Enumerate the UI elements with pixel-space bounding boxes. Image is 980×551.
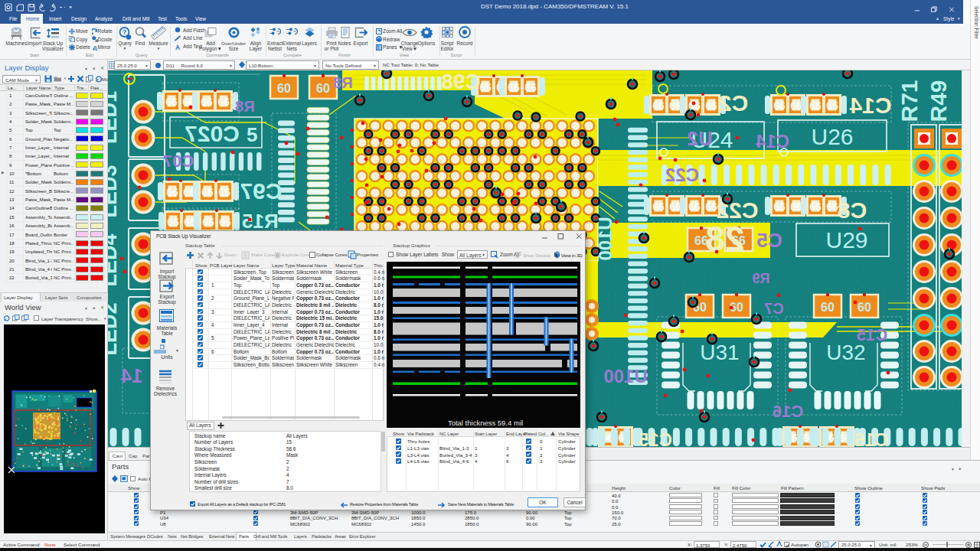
svg-text:66: 66 [809, 201, 822, 213]
svg-text:66: 66 [218, 186, 230, 198]
svg-text:R9: R9 [752, 271, 769, 286]
svg-text:66: 66 [669, 201, 681, 213]
svg-text:C98: C98 [441, 70, 480, 93]
svg-text:60: 60 [821, 301, 835, 314]
svg-text:C16: C16 [773, 402, 803, 421]
svg-text:66: 66 [652, 201, 665, 213]
svg-text:66: 66 [790, 99, 802, 112]
svg-text:66: 66 [826, 99, 838, 112]
svg-text:R8: R8 [333, 74, 353, 91]
svg-text:LED4: LED4 [108, 233, 121, 286]
svg-text:66: 66 [217, 96, 230, 108]
svg-text:R71: R71 [897, 80, 922, 122]
svg-text:66: 66 [201, 96, 213, 108]
svg-text:66: 66 [508, 81, 520, 93]
svg-text:66: 66 [705, 99, 717, 112]
svg-text:66: 66 [669, 99, 681, 112]
svg-text:C16: C16 [854, 429, 888, 447]
svg-text:C14: C14 [849, 93, 891, 118]
svg-text:66: 66 [165, 96, 178, 108]
svg-text:66: 66 [652, 99, 665, 112]
svg-text:66: 66 [167, 216, 179, 228]
svg-text:60: 60 [277, 82, 291, 95]
svg-text:14: 14 [120, 364, 142, 387]
svg-text:66: 66 [688, 201, 701, 213]
svg-text:C22: C22 [665, 165, 699, 185]
svg-text:66: 66 [705, 201, 717, 213]
svg-text:66: 66 [166, 186, 178, 198]
svg-text:60: 60 [316, 82, 330, 95]
svg-text:5: 5 [247, 123, 257, 146]
svg-text:C027: C027 [185, 121, 240, 146]
svg-text:U31: U31 [700, 341, 739, 364]
svg-text:U100: U100 [595, 217, 616, 260]
svg-text:U29: U29 [825, 227, 867, 253]
svg-text:LED1: LED1 [108, 91, 121, 144]
svg-text:U100: U100 [603, 366, 647, 386]
svg-text:C5: C5 [756, 229, 782, 252]
svg-text:28: 28 [705, 219, 744, 259]
svg-text:60: 60 [858, 301, 871, 314]
svg-text:C97: C97 [240, 178, 282, 204]
svg-text:?: ? [122, 28, 127, 36]
svg-text:C07: C07 [163, 152, 194, 171]
svg-text:66: 66 [524, 81, 537, 93]
svg-text:66: 66 [790, 201, 802, 213]
svg-text:LED3: LED3 [108, 165, 121, 217]
svg-text:U26: U26 [811, 124, 853, 149]
svg-text:66: 66 [219, 216, 231, 228]
svg-text:R15: R15 [242, 210, 279, 233]
svg-text:66: 66 [201, 186, 214, 198]
svg-text:C8: C8 [838, 197, 867, 223]
svg-text:LED2: LED2 [108, 302, 121, 355]
svg-text:C2: C2 [719, 90, 748, 116]
svg-text:66: 66 [826, 201, 838, 213]
svg-text:U2: U2 [687, 127, 712, 150]
svg-text:C7: C7 [764, 300, 784, 317]
svg-text:66: 66 [809, 99, 822, 112]
svg-text:66: 66 [773, 201, 786, 213]
svg-text:R49: R49 [926, 80, 951, 122]
svg-text:C15: C15 [639, 429, 672, 447]
svg-text:R8: R8 [235, 98, 255, 115]
svg-text:66: 66 [773, 99, 786, 112]
svg-text:66: 66 [202, 216, 214, 228]
svg-text:C15: C15 [857, 325, 887, 344]
